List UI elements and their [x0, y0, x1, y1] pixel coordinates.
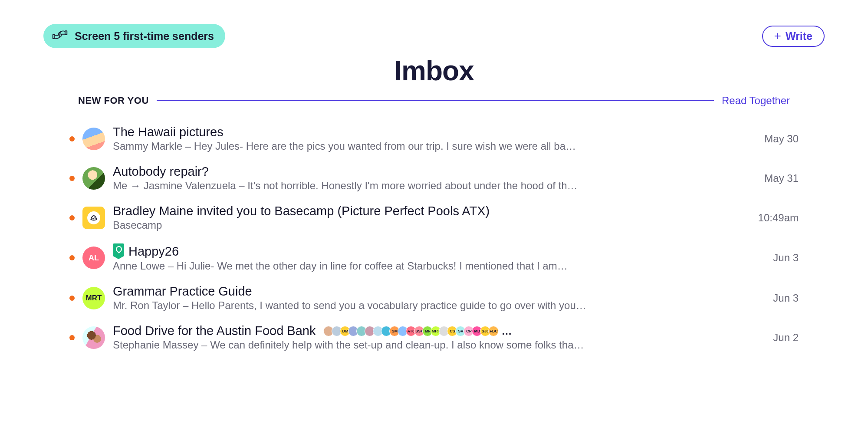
unread-dot: [69, 296, 75, 301]
email-list: The Hawaii picturesSammy Markle – Hey Ju…: [43, 119, 825, 357]
email-row[interactable]: Bradley Maine invited you to Basecamp (P…: [69, 198, 799, 237]
sender-avatar: [82, 207, 105, 229]
write-button[interactable]: + Write: [762, 26, 825, 47]
write-label: Write: [786, 30, 812, 43]
email-row[interactable]: MRTGrammar Practice GuideMr. Ron Taylor …: [69, 278, 799, 318]
email-preview: Sammy Markle – Hey Jules- Here are the p…: [113, 140, 729, 152]
email-subject: Happy26: [128, 244, 179, 259]
email-row[interactable]: Food Drive for the Austin Food BankDMSMA…: [69, 318, 799, 357]
thumbs-icon: [51, 28, 69, 44]
email-date: May 31: [738, 172, 799, 184]
email-preview: Stephanie Massey – We can definitely hel…: [113, 339, 729, 351]
email-preview: Me → Jasmine Valenzuela – It's not horri…: [113, 180, 729, 192]
email-subject: The Hawaii pictures: [113, 125, 224, 139]
sender-avatar: [82, 167, 105, 190]
section-divider: [157, 100, 714, 101]
email-date: Jun 3: [738, 252, 799, 264]
email-date: Jun 3: [738, 292, 799, 304]
section-label: NEW FOR YOU: [78, 95, 149, 106]
page-title: Imbox: [43, 55, 825, 87]
screener-pill[interactable]: Screen 5 first-time senders: [43, 24, 225, 48]
sender-avatar: [82, 326, 105, 349]
sender-avatar: MRT: [82, 287, 105, 309]
unread-dot: [69, 176, 75, 181]
participant-avatars: DMSMATCSSAMFMRTCSSVCPMDSJCFBC…: [323, 325, 512, 337]
email-date: Jun 2: [738, 332, 799, 344]
clip-icon: [113, 243, 124, 259]
unread-dot: [69, 136, 75, 141]
email-subject: Autobody repair?: [113, 164, 209, 179]
unread-dot: [69, 335, 75, 340]
email-preview: Basecamp: [113, 219, 729, 231]
email-subject: Bradley Maine invited you to Basecamp (P…: [113, 204, 490, 218]
unread-dot: [69, 215, 75, 220]
screener-label: Screen 5 first-time senders: [75, 30, 214, 43]
email-preview: Anne Lowe – Hi Julie- We met the other d…: [113, 260, 729, 272]
email-row[interactable]: The Hawaii picturesSammy Markle – Hey Ju…: [69, 119, 799, 158]
top-bar: Screen 5 first-time senders + Write: [43, 24, 825, 48]
email-row[interactable]: ALHappy26Anne Lowe – Hi Julie- We met th…: [69, 237, 799, 278]
sender-avatar: [82, 128, 105, 150]
email-subject: Grammar Practice Guide: [113, 284, 252, 299]
email-date: 10:49am: [738, 212, 799, 224]
section-header: NEW FOR YOU Read Together: [43, 95, 825, 107]
email-preview: Mr. Ron Taylor – Hello Parents, I wanted…: [113, 299, 729, 312]
email-date: May 30: [738, 133, 799, 145]
unread-dot: [69, 255, 75, 260]
read-together-link[interactable]: Read Together: [722, 95, 790, 107]
email-subject: Food Drive for the Austin Food Bank: [113, 324, 316, 338]
sender-avatar: AL: [82, 247, 105, 269]
email-row[interactable]: Autobody repair?Me → Jasmine Valenzuela …: [69, 158, 799, 198]
plus-icon: +: [774, 30, 781, 42]
